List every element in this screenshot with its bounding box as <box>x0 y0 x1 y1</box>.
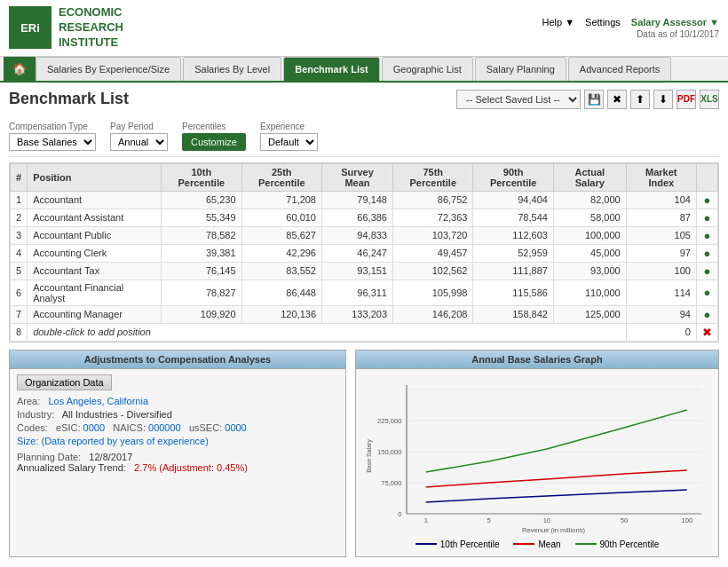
experience-group: Experience Default <box>260 122 318 151</box>
size-note: Size: (Data reported by years of experie… <box>17 436 209 446</box>
row-action-icon[interactable]: ● <box>704 286 711 299</box>
table-wrapper: # Position 10th Percentile 25th Percenti… <box>9 162 719 343</box>
select-saved-dropdown[interactable]: -- Select Saved List -- <box>456 90 581 109</box>
add-position-action[interactable]: ✖ <box>696 323 717 341</box>
experience-label: Experience <box>260 122 318 131</box>
tab-salaries-by-experience[interactable]: Salaries By Experience/Size <box>36 57 181 81</box>
add-position-placeholder[interactable]: double-click to add position <box>28 323 627 341</box>
benchmark-header: Benchmark List -- Select Saved List -- 💾… <box>9 90 719 109</box>
cell-p10: 78,582 <box>162 226 241 244</box>
help-button[interactable]: Help ▼ <box>542 17 575 28</box>
cell-action[interactable]: ● <box>696 226 717 244</box>
table-row[interactable]: 5 Accountant Tax 76,145 83,552 93,151 10… <box>11 262 718 280</box>
salary-assessor-button[interactable]: Salary Assessor ▼ <box>631 17 719 28</box>
industry-row: Industry: All Industries - Diversified <box>17 409 338 420</box>
table-row[interactable]: 7 Accounting Manager 109,920 120,136 133… <box>11 305 718 323</box>
download-button[interactable]: ⬇ <box>653 90 673 109</box>
pay-period-label: Pay Period <box>110 122 168 131</box>
table-row[interactable]: 3 Accountant Public 78,582 85,627 94,833… <box>11 226 718 244</box>
legend-p10: 10th Percentile <box>415 539 500 549</box>
customize-button[interactable]: Customize <box>182 133 246 151</box>
cell-actual: 125,000 <box>553 305 626 323</box>
pdf-button[interactable]: PDF <box>677 90 696 109</box>
nav-tabs: 🏠 Salaries By Experience/Size Salaries B… <box>0 57 728 83</box>
legend-p10-line <box>415 543 437 545</box>
area-value: Los Angeles, California <box>48 396 148 406</box>
compensation-type-select[interactable]: Base Salaries <box>9 133 96 151</box>
cell-position: Accountant Public <box>28 226 162 244</box>
cell-num: 7 <box>11 305 28 323</box>
row-action-icon[interactable]: ● <box>704 308 711 321</box>
cell-p25: 71,208 <box>241 191 321 209</box>
tab-benchmark-list[interactable]: Benchmark List <box>283 57 380 81</box>
esic-label: eSIC: <box>56 422 81 433</box>
cell-position: Accounting Clerk <box>28 244 162 262</box>
cell-index: 94 <box>626 305 696 323</box>
cell-index: 97 <box>626 244 696 262</box>
col-header-mean: Survey Mean <box>322 163 393 191</box>
cell-action[interactable]: ● <box>696 262 717 280</box>
cell-index: 104 <box>626 191 696 209</box>
delete-button[interactable]: ✖ <box>607 90 627 109</box>
cell-p90: 112,603 <box>473 226 553 244</box>
settings-button[interactable]: Settings <box>585 17 621 28</box>
left-panel: Adjustments to Compensation Analyses Org… <box>9 350 346 557</box>
pay-period-select[interactable]: Annual <box>110 133 168 151</box>
benchmark-table: # Position 10th Percentile 25th Percenti… <box>10 163 718 342</box>
experience-select[interactable]: Default <box>260 133 318 151</box>
svg-text:5: 5 <box>487 516 490 524</box>
row-action-icon[interactable]: ● <box>704 211 711 224</box>
excel-button[interactable]: XLS <box>700 90 719 109</box>
tab-advanced-reports[interactable]: Advanced Reports <box>568 57 672 81</box>
table-row[interactable]: 4 Accounting Clerk 39,381 42,296 46,247 … <box>11 244 718 262</box>
table-row[interactable]: 2 Accountant Assistant 55,349 60,010 66,… <box>11 209 718 226</box>
cell-p10: 78,827 <box>162 280 241 305</box>
cell-position: Accountant Financial Analyst <box>28 280 162 305</box>
cell-action[interactable]: ● <box>696 191 717 209</box>
row-action-icon[interactable]: ● <box>704 264 711 278</box>
ussec-value: 0000 <box>225 422 246 433</box>
cell-position: Accountant Assistant <box>28 209 162 226</box>
col-header-p25: 25th Percentile <box>241 163 321 191</box>
row-action-icon[interactable]: ● <box>704 247 711 260</box>
svg-text:Revenue (in millions): Revenue (in millions) <box>522 526 585 534</box>
home-tab[interactable]: 🏠 <box>4 57 36 81</box>
cell-action[interactable]: ● <box>696 209 717 226</box>
cell-action[interactable]: ● <box>696 280 717 305</box>
table-row[interactable]: 6 Accountant Financial Analyst 78,827 86… <box>11 280 718 305</box>
cell-p90: 111,887 <box>473 262 553 280</box>
cell-num: 4 <box>11 244 28 262</box>
controls-row: Compensation Type Base Salaries Pay Peri… <box>9 116 719 157</box>
cell-p90: 115,586 <box>473 280 553 305</box>
cell-num: 6 <box>11 280 28 305</box>
svg-text:1: 1 <box>424 516 428 524</box>
planning-date-label: Planning Date: <box>17 452 81 462</box>
col-header-p75: 75th Percentile <box>393 163 473 191</box>
row-action-icon[interactable]: ● <box>704 229 711 242</box>
cell-p90: 52,959 <box>473 244 553 262</box>
svg-text:Base Salary: Base Salary <box>364 439 372 473</box>
cell-p25: 83,552 <box>241 262 321 280</box>
cell-actual: 82,000 <box>553 191 626 209</box>
table-row[interactable]: 1 Accountant 65,230 71,208 79,148 86,752… <box>11 191 718 209</box>
naics-label: NAICS: <box>113 422 146 433</box>
row-action-icon[interactable]: ● <box>704 193 711 207</box>
upload-button[interactable]: ⬆ <box>630 90 650 109</box>
add-position-row[interactable]: 8 double-click to add position 0 ✖ <box>11 323 718 341</box>
tab-salary-planning[interactable]: Salary Planning <box>475 57 566 81</box>
tab-geographic-list[interactable]: Geographic List <box>382 57 473 81</box>
cell-p25: 85,627 <box>241 226 321 244</box>
cell-actual: 100,000 <box>553 226 626 244</box>
org-data-button[interactable]: Organization Data <box>17 374 112 390</box>
add-position-icon[interactable]: ✖ <box>702 326 712 339</box>
col-header-p10: 10th Percentile <box>162 163 241 191</box>
cell-mean: 66,386 <box>322 209 393 226</box>
cell-action[interactable]: ● <box>696 305 717 323</box>
svg-text:225,000: 225,000 <box>377 417 401 425</box>
tab-salaries-by-level[interactable]: Salaries By Level <box>183 57 281 81</box>
cell-p90: 78,544 <box>473 209 553 226</box>
save-button[interactable]: 💾 <box>584 90 604 109</box>
cell-num: 2 <box>11 209 28 226</box>
cell-action[interactable]: ● <box>696 244 717 262</box>
cell-p90: 94,404 <box>473 191 553 209</box>
